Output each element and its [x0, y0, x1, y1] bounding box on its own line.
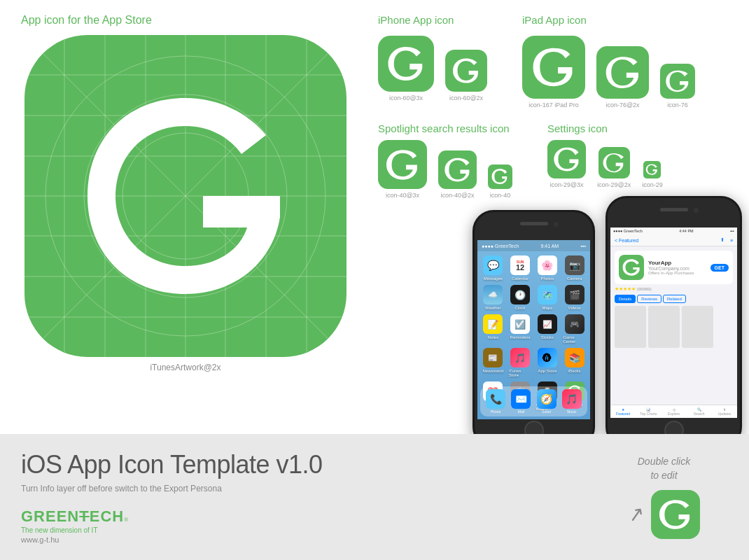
large-icon-container: iTunesArtwork@2x	[24, 35, 346, 357]
ios-homescreen: ●●●● GreenTech 9:41 AM ▪▪▪ 💬 Messa	[477, 240, 590, 419]
tab-updates[interactable]: ⬇ Updates	[712, 405, 737, 418]
iphone-section-title: iPhone App icon	[378, 14, 487, 26]
get-button[interactable]: GET	[710, 264, 729, 272]
icon-item-60-3x: icon-60@3x	[378, 36, 434, 102]
app-weather: ☁️ Weather	[482, 285, 505, 310]
icon-label-76: icon-76	[667, 102, 688, 108]
carrier-1: ●●●● GreenTech	[482, 244, 519, 248]
icon-item-40-3x: icon-40@3x	[378, 140, 427, 199]
tab-search-as[interactable]: 🔍 Search	[687, 405, 712, 418]
phone-speaker-1	[520, 222, 548, 225]
details-tab[interactable]: Details	[615, 295, 636, 303]
app-itunes: 🎵 iTunes Store	[509, 348, 532, 377]
right-panel: iPhone App icon icon-60@3x icon-60@2x	[371, 0, 749, 434]
app-notes: 📝 Notes	[482, 314, 505, 344]
app-messages: 💬 Messages	[482, 255, 505, 281]
app-iap: Offers In-App Purchases	[648, 271, 706, 275]
icon-label-40-3x: icon-40@3x	[386, 192, 419, 199]
menu-icon: ≡	[730, 238, 733, 243]
double-click-container: Double clickto edit	[638, 455, 690, 482]
iphone-icon-60-2x	[445, 50, 487, 92]
bottom-center-row: ↗	[628, 490, 700, 539]
left-panel: App icon for the App Store	[0, 0, 371, 434]
app-maps: 🗺️ Maps	[536, 285, 559, 310]
reviews-tab[interactable]: Reviews	[637, 295, 662, 303]
ios-template-subtitle: Turn Info layer off before switch to the…	[21, 484, 600, 493]
app-ibooks: 📚 iBooks	[563, 348, 586, 377]
app-appstore: 🅐 App Store	[536, 348, 559, 377]
app-stocks: 📈 Stocks	[536, 314, 559, 344]
app-store-label: App icon for the App Store	[21, 14, 350, 27]
screenshot-2	[648, 306, 680, 348]
featured-label: < Featured	[615, 238, 638, 243]
icon-item-29: icon-29	[642, 161, 663, 188]
appstore-tabs: ★ Featured 📊 Top Charts ◎ Explore	[610, 405, 737, 418]
tab-featured[interactable]: ★ Featured	[610, 405, 636, 418]
ios-status-bar-1: ●●●● GreenTech 9:41 AM ▪▪▪	[477, 240, 590, 251]
appstore-segments: Details Reviews Related	[615, 295, 733, 303]
phone-mockups-container: ●●●● GreenTech 9:41 AM ▪▪▪ 💬 Messa	[472, 196, 742, 448]
appstore-battery: ▪▪▪	[730, 229, 734, 233]
phone-mockup-2: ●●●● GreenTech 4:44 PM ▪▪▪ < Featured ⬆ …	[606, 196, 742, 448]
ipad-icon-76-2x	[596, 46, 649, 99]
icon-label-29-3x: icon-29@3x	[550, 181, 583, 188]
registered-mark: ®	[124, 517, 128, 523]
spotlight-icon-40-2x	[438, 150, 477, 189]
spotlight-icon-40	[488, 164, 512, 189]
icon-label-76-2x: icon-76@2x	[606, 102, 639, 108]
icon-item-40-2x: icon-40@2x	[438, 150, 477, 199]
related-tab[interactable]: Related	[663, 295, 686, 303]
tab-charts[interactable]: 📊 Top Charts	[636, 405, 661, 418]
icon-item-29-3x: icon-29@3x	[547, 140, 586, 188]
phone-screen-1: ●●●● GreenTech 9:41 AM ▪▪▪ 💬 Messa	[477, 240, 590, 419]
bottom-center: Double clickto edit ↗	[600, 455, 728, 538]
icon-item-76-2x: icon-76@2x	[596, 46, 649, 108]
ipad-section: iPad App icon icon-167 iPad Pro icon-76@…	[522, 14, 695, 108]
bottom-section: iOS App Icon Template v1.0 Turn Info lay…	[0, 434, 749, 560]
spotlight-icon-40-3x	[378, 140, 427, 189]
tab-explore[interactable]: ◎ Explore	[661, 405, 686, 418]
ipad-section-title: iPad App icon	[522, 14, 695, 26]
phone-speaker-2	[660, 208, 688, 211]
icon-item-167: icon-167 iPad Pro	[522, 36, 585, 108]
appstore-app-row: YourApp YourCompany.com Offers In-App Pu…	[615, 251, 733, 284]
iphone-icon-60-3x	[378, 36, 434, 92]
settings-icon-row: icon-29@3x icon-29@2x icon-29	[547, 140, 663, 188]
icon-item-29-2x: icon-29@2x	[597, 147, 631, 188]
dock-mail: ✉️ Mail	[511, 389, 531, 414]
app-calendar: SUN 12 Calendar	[509, 255, 532, 281]
app-clock: 🕐 Clock	[509, 285, 532, 310]
itunes-label: iTunesArtwork@2x	[24, 363, 346, 372]
phone-screen-2: ●●●● GreenTech 4:44 PM ▪▪▪ < Featured ⬆ …	[610, 227, 737, 418]
settings-title: Settings icon	[547, 122, 663, 134]
icon-label-29-2x: icon-29@2x	[597, 181, 631, 188]
greentech-tagline: The new dimension of IT	[21, 526, 600, 534]
appstore-status-bar: ●●●● GreenTech 4:44 PM ▪▪▪	[610, 227, 737, 234]
large-g-letter	[66, 77, 304, 315]
icon-item-76: icon-76	[660, 64, 695, 108]
app-company: YourCompany.com	[648, 266, 706, 271]
time-1: 9:41 AM	[540, 244, 559, 248]
top-icons-row: iPhone App icon icon-60@3x icon-60@2x	[378, 14, 735, 108]
curved-arrow: ↗	[626, 501, 645, 526]
app-gamecenter: 🎮 Game Center	[563, 314, 586, 344]
bottom-left: iOS App Icon Template v1.0 Turn Info lay…	[21, 450, 600, 544]
icon-label-60-2x: icon-60@2x	[449, 94, 483, 102]
dock-music: 🎵 Music	[562, 389, 582, 414]
icon-label-60-3x: icon-60@3x	[389, 94, 423, 102]
share-icon: ⬆	[720, 237, 724, 243]
settings-section: Settings icon icon-29@3x icon-29@2x	[547, 122, 663, 199]
battery-1: ▪▪▪	[581, 244, 586, 248]
icon-item-40: icon-40	[488, 164, 512, 199]
iphone-section: iPhone App icon icon-60@3x icon-60@2x	[378, 14, 487, 102]
screenshot-1	[615, 306, 646, 348]
appstore-nav: < Featured ⬆ ≡	[610, 234, 737, 246]
double-click-text: Double clickto edit	[638, 455, 690, 482]
appstore-app-info: YourApp YourCompany.com Offers In-App Pu…	[648, 260, 706, 275]
greentech-logo-row: GREENTECH ®	[21, 507, 600, 526]
spotlight-icon-row: icon-40@3x icon-40@2x icon-40	[378, 140, 512, 199]
appstore-time: 4:44 PM	[679, 229, 693, 233]
dock-phone: 📞 Phone	[486, 389, 505, 414]
ios-dock: 📞 Phone ✉️ Mail 🧭 Safari	[480, 386, 587, 416]
phone-mockup-1: ●●●● GreenTech 9:41 AM ▪▪▪ 💬 Messa	[472, 210, 595, 448]
